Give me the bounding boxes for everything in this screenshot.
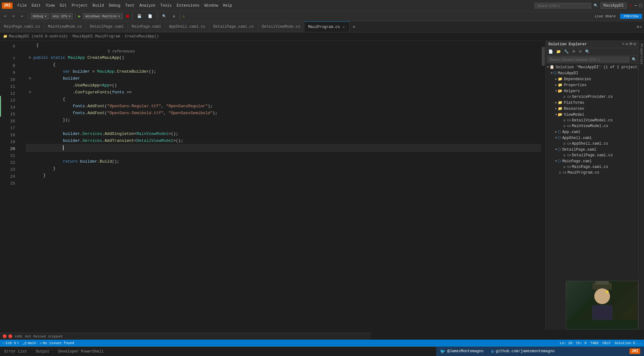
- tree-dependencies[interactable]: ▶ 📁 Dependencies: [546, 76, 638, 82]
- twitter-item[interactable]: 🐦 @JamesMontemagno: [440, 349, 483, 354]
- toolbar-forward[interactable]: ➡: [10, 13, 17, 19]
- se-new-file-btn[interactable]: 📄: [547, 49, 554, 55]
- social-logo: JMI: [630, 348, 640, 354]
- se-search-btn[interactable]: 🔍: [584, 49, 591, 55]
- tree-resources[interactable]: ▶ 📁 Resources: [546, 106, 638, 112]
- menu-tools[interactable]: Tools: [158, 2, 174, 9]
- tab-mainpage-xaml[interactable]: MainPage.xaml: [128, 21, 165, 32]
- maximize-icon[interactable]: □: [640, 3, 642, 8]
- developer-powershell-tab[interactable]: Developer PowerShell: [56, 348, 105, 355]
- status-issues[interactable]: ✓ No issues found: [40, 341, 74, 345]
- tree-mauiprogram-cs[interactable]: a C# MauiProgram.cs: [546, 170, 638, 175]
- tree-platforms[interactable]: ▶ 📁 Platforms: [546, 100, 638, 106]
- tree-mainpage-xaml[interactable]: ▼ ⬡ MainPage.xaml: [546, 158, 638, 164]
- warning-icon[interactable]: ⚠: [183, 14, 185, 19]
- tree-viewmodel[interactable]: ▼ 📂 ViewModel: [546, 112, 638, 118]
- menu-analyze[interactable]: Analyze: [137, 2, 158, 9]
- tree-detailpage-xaml-cs[interactable]: a C# DetailPage.xaml.cs: [546, 153, 638, 158]
- tree-mauiappdi[interactable]: ▼ ⬡ MauiAppDI: [546, 70, 638, 76]
- editor-scrollbar[interactable]: [541, 41, 545, 330]
- zoom-decrease-icon[interactable]: −: [3, 341, 5, 345]
- maiuappdi-button[interactable]: MauiAppDI: [601, 3, 627, 9]
- menu-git[interactable]: Git: [57, 2, 69, 9]
- github-item[interactable]: ⚙ github.com/jamesmontemagno: [491, 349, 555, 354]
- se-settings-button[interactable]: ⚙: [626, 42, 628, 47]
- se-search-input[interactable]: [548, 57, 629, 62]
- split-editor-button[interactable]: ⊞: [637, 25, 639, 29]
- code-content[interactable]: { 5 references ⊟ public static MauiApp C…: [21, 41, 541, 330]
- tree-properties[interactable]: ▶ 📁 Properties: [546, 82, 638, 88]
- scrollbar-thumb[interactable]: [542, 47, 545, 66]
- tree-appshell-xaml-cs[interactable]: a C# AppShell.xaml.cs: [546, 141, 638, 147]
- toolbar-find[interactable]: 🔍: [160, 13, 169, 19]
- search-input[interactable]: [534, 3, 591, 8]
- menu-view[interactable]: View: [43, 2, 57, 9]
- error-list-tab[interactable]: Error List: [3, 348, 29, 355]
- tab-detailviewmodel-cs[interactable]: DetailViewMode.cs: [258, 21, 304, 32]
- collapse-btn-12[interactable]: ⊟: [26, 89, 33, 96]
- se-search-icon[interactable]: 🔍: [632, 57, 636, 62]
- se-filter-button[interactable]: ≡: [622, 42, 624, 47]
- se-refresh-btn[interactable]: ⟳: [578, 49, 583, 55]
- collapse-btn-10[interactable]: ⊟: [26, 75, 33, 82]
- tree-mainviewmodel-cs[interactable]: a C# MainViewModel.cs: [546, 123, 638, 129]
- debug-config-selector[interactable]: Debug ▾: [31, 13, 49, 19]
- cpu-config-selector[interactable]: Any CPU ▾: [51, 13, 73, 19]
- run-target-selector[interactable]: Windows Machine ▾: [83, 13, 123, 19]
- search-icon[interactable]: 🔍: [594, 3, 598, 8]
- se-collapse-all-button[interactable]: ⊟: [634, 42, 636, 47]
- close-icon[interactable]: ✕: [629, 3, 632, 8]
- breadcrumb-method[interactable]: CreateMauiApp(): [125, 34, 159, 39]
- add-tab-button[interactable]: ⊕: [351, 21, 357, 32]
- tree-detailviewmodel-cs[interactable]: a C# DetailViewModel.cs: [546, 118, 638, 123]
- stop-button[interactable]: ⏹: [125, 14, 130, 19]
- menu-debug[interactable]: Debug: [106, 2, 123, 9]
- tree-app-xaml[interactable]: ▶ ⬡ App.xaml: [546, 129, 638, 135]
- zoom-increase-icon[interactable]: +: [17, 341, 19, 345]
- tree-mainpage-xaml-cs[interactable]: a C# MainPage.xaml.cs: [546, 164, 638, 170]
- menu-edit[interactable]: Edit: [29, 2, 43, 9]
- preview-button[interactable]: PREVIEW: [620, 14, 642, 19]
- menu-test[interactable]: Test: [123, 2, 137, 9]
- collapse-btn-7[interactable]: ⊟: [26, 54, 33, 61]
- close-editors-button[interactable]: ✕: [640, 25, 642, 29]
- tree-helpers[interactable]: ▼ 📂 Helpers: [546, 88, 638, 94]
- output-tab[interactable]: Output: [34, 348, 51, 355]
- tab-appshell-xaml-cs[interactable]: AppShell.xaml.cs: [165, 21, 209, 32]
- run-button[interactable]: ▶: [78, 14, 81, 19]
- properties-tab[interactable]: Properties: [638, 41, 644, 330]
- tab-mainpage-xaml-cs[interactable]: MainPage.xaml.cs: [0, 21, 44, 32]
- toolbar-undo[interactable]: ↩: [19, 13, 25, 19]
- toolbar-back[interactable]: ⬅: [2, 13, 8, 19]
- main-layout: 6 7 8 9 10 11 12 13 14 15 16 17 18 19 20…: [0, 41, 644, 330]
- tab-detailpage-xaml[interactable]: DetailPage.xaml: [86, 21, 128, 32]
- menu-window[interactable]: Window: [202, 2, 220, 9]
- code-editor[interactable]: 6 7 8 9 10 11 12 13 14 15 16 17 18 19 20…: [6, 41, 545, 330]
- zoom-control[interactable]: − 210 % +: [3, 341, 19, 345]
- menu-help[interactable]: Help: [221, 2, 235, 9]
- toolbar-replace[interactable]: ⇄: [171, 13, 177, 19]
- tab-detailpage-xaml-cs[interactable]: DetailPage.xaml.cs: [209, 21, 258, 32]
- menu-extensions[interactable]: Extensions: [174, 2, 202, 9]
- tree-appshell-xaml[interactable]: ▼ ⬡ AppShell.xaml: [546, 135, 638, 141]
- menu-project[interactable]: Project: [69, 2, 90, 9]
- menu-file[interactable]: File: [15, 2, 29, 9]
- breadcrumb-namespace[interactable]: MauiAppDI.MauiProgram: [72, 34, 120, 39]
- tree-serviceprovider-cs[interactable]: a C# ServiceProvider.cs: [546, 94, 638, 100]
- minimize-icon[interactable]: ─: [634, 3, 637, 8]
- status-git[interactable]: ⎇ main: [23, 341, 36, 345]
- tab-close-icon[interactable]: ✕: [342, 25, 346, 29]
- menu-build[interactable]: Build: [90, 2, 106, 9]
- toolbar-save[interactable]: 💾: [135, 13, 144, 19]
- tree-solution[interactable]: ▼ 📋 Solution 'MauiAppDI' (1 of 1 project…: [546, 64, 638, 70]
- tab-mauiprogram-cs[interactable]: MauiProgram.cs ✕: [304, 21, 350, 32]
- toolbar-new[interactable]: 📄: [146, 13, 155, 19]
- se-properties-btn[interactable]: 🔧: [563, 49, 570, 55]
- live-share-button[interactable]: Live Share: [592, 14, 618, 19]
- breadcrumb-project[interactable]: MauiAppDI (net6.0-android): [9, 34, 68, 39]
- se-sync-button[interactable]: ⟳: [629, 42, 632, 47]
- tab-mainviewmodel-cs[interactable]: MainViewMode.cs: [44, 21, 86, 32]
- tree-detailpage-xaml[interactable]: ▼ ⬡ DetailPage.xaml: [546, 147, 638, 153]
- se-show-all-btn[interactable]: 👁: [571, 49, 577, 55]
- se-new-folder-btn[interactable]: 📁: [555, 49, 562, 55]
